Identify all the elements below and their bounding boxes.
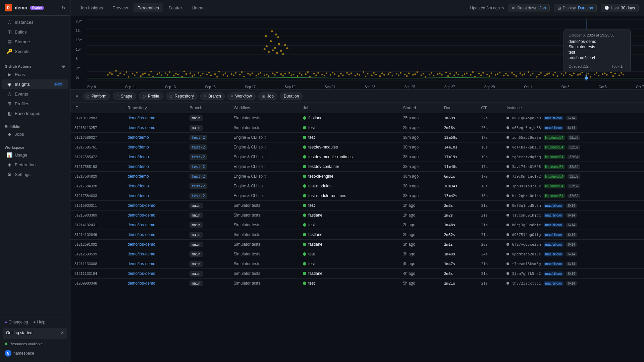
cell-instance[interactable]: t7hean13ksm6g mac/silicon 6x14 (502, 259, 644, 269)
sidebar-item-base-images[interactable]: ◧ Base Images (2, 109, 68, 118)
table-row[interactable]: 31217584633 demo/demo test-2 Engine & CL… (70, 191, 644, 201)
cell-repo[interactable]: demo/ios-demo (123, 240, 185, 249)
cell-repo[interactable]: demo/demo (123, 162, 185, 172)
table-row[interactable]: 31212590599 demo/ios-demo main Simulator… (70, 249, 644, 259)
cell-job[interactable]: test (299, 249, 399, 259)
sidebar-item-usage[interactable]: 📊 Usage (2, 150, 68, 160)
table-row[interactable]: 31217585193 demo/demo test-2 Engine & CL… (70, 162, 644, 172)
cell-instance[interactable]: vpddtsgo2as9e mac/silicon 6x14 (502, 249, 644, 259)
refresh-icon[interactable]: ↻ (62, 5, 65, 10)
filter-repository[interactable]: ⬡ Repository (166, 93, 198, 100)
cell-job[interactable]: test (299, 279, 399, 288)
cell-instance[interactable]: j1vcsm091hjdc mac/silicon 6x14 (502, 210, 644, 220)
cell-repo[interactable]: demo/ios-demo (123, 123, 185, 133)
cell-instance[interactable]: 6fi7vg05ce20m mac/silicon 6x14 (502, 240, 644, 249)
refresh-icon[interactable]: ↻ (501, 6, 504, 10)
tab-linear[interactable]: Linear (187, 3, 208, 12)
table-row[interactable]: 31218113257 demo/ios-demo main Simulator… (70, 123, 644, 133)
sidebar-item-jobs[interactable]: ◆ Jobs (2, 129, 68, 139)
cell-repo[interactable]: demo/ios-demo (123, 279, 185, 288)
sidebar-item-settings[interactable]: ⚙ Settings (2, 170, 68, 179)
tab-percentiles[interactable]: Percentiles (133, 3, 163, 12)
github-settings-icon[interactable]: ⚙ (62, 64, 65, 69)
sidebar-item-events[interactable]: ◎ Events (2, 89, 68, 99)
sidebar-item-storage[interactable]: ▤ Storage (2, 37, 68, 46)
cell-repo[interactable]: demo/demo (123, 181, 185, 191)
cell-instance[interactable]: m63eqt5ecjn58 mac/silicon 6x14 (502, 123, 644, 133)
sidebar-item-federation[interactable]: ◈ Federation (2, 160, 68, 169)
table-row[interactable]: 31211133184 demo/ios-demo main Simulator… (70, 269, 644, 279)
namespace-footer[interactable]: N namespace (0, 347, 70, 359)
cell-job[interactable]: fastlane (299, 230, 399, 240)
table-row[interactable]: 31217584929 demo/demo test-2 Engine & CL… (70, 172, 644, 181)
table-row[interactable]: 31218112883 demo/ios-demo main Simulator… (70, 113, 644, 123)
cell-job[interactable]: test (299, 123, 399, 133)
chart-canvas[interactable] (87, 19, 644, 83)
table-row[interactable]: 31211133008 demo/ios-demo main Simulator… (70, 259, 644, 269)
cell-repo[interactable]: demo/demo (123, 152, 185, 162)
filter-platform[interactable]: ⬡ Platform (83, 93, 110, 100)
table-row[interactable]: 31217585761 demo/demo test-2 Engine & CL… (70, 142, 644, 152)
close-icon[interactable]: ✕ (61, 330, 64, 335)
filter-branch[interactable]: ⑂ Branch (200, 93, 225, 100)
sidebar-item-insights[interactable]: ◉ Insights New (2, 79, 68, 89)
cell-job[interactable]: test-modules (299, 181, 399, 191)
filter-profile[interactable]: ⬡ Profile (139, 93, 163, 100)
help-link[interactable]: ● Help (33, 320, 45, 324)
table-row[interactable]: 31217586027 demo/demo test-2 Engine & CL… (70, 133, 644, 142)
changelog-link[interactable]: ● Changelog (5, 320, 28, 324)
cell-instance[interactable]: 3jsa7ghfk5ra2 mac/silicon 6x14 (502, 269, 644, 279)
cell-repo[interactable]: demo/ios-demo (123, 201, 185, 210)
cell-instance[interactable]: 739c0mn1nc172 linux/amd64 32x32 (502, 172, 644, 181)
sidebar-item-secrets[interactable]: 🔑 Secrets (2, 47, 68, 56)
table-row[interactable]: 31217585472 demo/demo test-2 Engine & CL… (70, 152, 644, 162)
table-row[interactable]: 31209980348 demo/ios-demo main Simulator… (70, 279, 644, 288)
cell-instance[interactable]: b0cj3g9us8bic mac/silicon 6x14 (502, 220, 644, 230)
cell-job[interactable]: testdev-modules (299, 142, 399, 152)
cell-repo[interactable]: demo/demo (123, 191, 185, 201)
cell-job[interactable]: test-cli-engine (299, 172, 399, 181)
cell-job[interactable]: fastlane (299, 240, 399, 249)
cell-job[interactable]: test (299, 201, 399, 210)
cell-job[interactable]: test (299, 133, 399, 142)
cell-repo[interactable]: demo/ios-demo (123, 113, 185, 123)
filter-shape[interactable]: ○ Shape (113, 93, 136, 100)
cell-repo[interactable]: demo/ios-demo (123, 259, 185, 269)
table-row[interactable]: 31215903011 demo/ios-demo main Simulator… (70, 201, 644, 210)
cell-instance[interactable]: htk2qbrk0eiks linux/amd64 32x32 (502, 191, 644, 201)
tab-preview[interactable]: Preview (108, 3, 132, 12)
tab-job-insights[interactable]: Job Insights (76, 3, 107, 12)
cell-instance[interactable]: 3pb8siia92s9k linux/amd64 32x32 (502, 181, 644, 191)
cell-job[interactable]: fastlane (299, 113, 399, 123)
cell-instance[interactable]: ion65ab28oaja linux/amd64 32x32 (502, 133, 644, 142)
cell-repo[interactable]: demo/ios-demo (123, 269, 185, 279)
table-row[interactable]: 31214102649 demo/ios-demo main Simulator… (70, 230, 644, 240)
cell-instance[interactable]: uv81q04opa2b0 mac/silicon 6x14 (502, 113, 644, 123)
filter-duration[interactable]: Duration (280, 93, 303, 100)
cell-instance[interactable]: vollhs7kpbs3c linux/amd64 32x32 (502, 142, 644, 152)
breakdown-button[interactable]: ⊞ Breakdown Job (508, 4, 549, 12)
last-period-button[interactable]: 🕐 Last 30 days (601, 4, 639, 12)
cell-instance[interactable]: tg3crrtvdqfcq linux/amd64 32x64 (502, 152, 644, 162)
cell-job[interactable]: test (299, 259, 399, 269)
cell-job[interactable]: fastlane (299, 210, 399, 220)
table-row[interactable]: 31212591092 demo/ios-demo main Simulator… (70, 240, 644, 249)
cell-instance[interactable]: d957514og0iig mac/silicon 6x14 (502, 230, 644, 240)
cell-repo[interactable]: demo/demo (123, 172, 185, 181)
cell-job[interactable]: testdev-container (299, 162, 399, 172)
tab-scatter[interactable]: Scatter (164, 3, 186, 12)
display-button[interactable]: ▤ Display Duration (554, 4, 597, 12)
cell-repo[interactable]: demo/demo (123, 142, 185, 152)
filter-job[interactable]: ◉ Job (258, 93, 277, 100)
cell-repo[interactable]: demo/ios-demo (123, 210, 185, 220)
sidebar-item-runs[interactable]: ▶ Runs (2, 70, 68, 79)
cell-instance[interactable]: 3avi74ak61698 linux/amd64 32x32 (502, 162, 644, 172)
cell-repo[interactable]: demo/ios-demo (123, 230, 185, 240)
cell-repo[interactable]: demo/demo (123, 133, 185, 142)
table-row[interactable]: 31215903369 demo/ios-demo main Simulator… (70, 210, 644, 220)
sidebar-item-instances[interactable]: ⬡ Instances (2, 17, 68, 27)
cell-job[interactable]: test (299, 220, 399, 230)
cell-instance[interactable]: thv72iscctloi mac/silicon 6x14 (502, 279, 644, 288)
table-row[interactable]: 31214102431 demo/ios-demo main Simulator… (70, 220, 644, 230)
sidebar-item-profiles[interactable]: ⊞ Profiles (2, 99, 68, 108)
